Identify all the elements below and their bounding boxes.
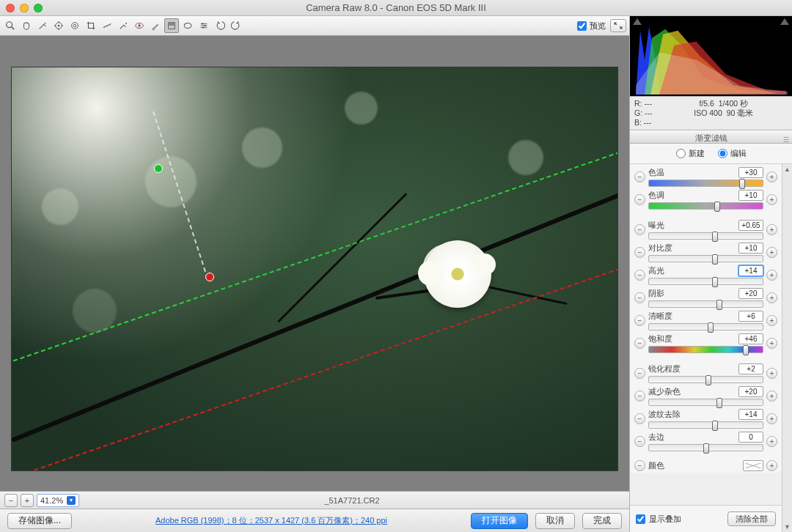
preview-checkbox[interactable]: 预览 [577,21,606,32]
slider-shadows-minus[interactable]: − [634,292,645,303]
slider-shadows-track[interactable] [648,300,763,308]
fullscreen-button[interactable] [610,19,626,32]
workflow-options-link[interactable]: Adobe RGB (1998)；8 位；2537 x 1427 (3.6 百万… [79,515,463,526]
preferences-tool-icon[interactable] [197,18,211,33]
slider-moire[interactable]: −波纹去除+14+ [634,409,777,429]
targeted-adjustment-tool-icon[interactable] [67,18,82,33]
save-image-button[interactable]: 存储图像... [7,513,72,529]
white-balance-tool-icon[interactable] [35,18,50,33]
slider-sharpness-track[interactable] [648,376,763,383]
red-eye-tool-icon[interactable] [132,18,147,33]
zoom-dropdown-icon[interactable]: ▾ [67,496,76,505]
image-viewer[interactable] [0,36,629,491]
slider-noise-minus[interactable]: − [634,391,645,402]
slider-exposure-minus[interactable]: − [634,224,645,235]
open-image-button[interactable]: 打开图像 [471,513,528,529]
slider-highlights-track[interactable] [648,278,763,285]
panel-scrollbar[interactable]: ▲ ▼ [782,164,792,532]
gradient-pin-start[interactable] [154,164,163,173]
slider-tint-plus[interactable]: + [766,194,777,205]
straighten-tool-icon[interactable] [100,18,114,33]
slider-tint-minus[interactable]: − [634,194,645,205]
slider-moire-minus[interactable]: − [634,413,645,424]
color-sampler-tool-icon[interactable] [51,18,66,33]
histogram[interactable] [630,16,792,97]
slider-noise-plus[interactable]: + [766,391,777,402]
slider-clarity-track[interactable] [648,323,763,330]
slider-contrast-thumb[interactable] [712,254,718,265]
slider-tint-thumb[interactable] [714,202,720,212]
slider-defringe-minus[interactable]: − [634,436,645,447]
color-minus[interactable]: − [634,460,645,471]
slider-tint-track[interactable] [648,202,763,210]
slider-shadows-value[interactable]: +20 [738,288,763,299]
slider-exposure-thumb[interactable] [712,232,718,242]
slider-defringe-plus[interactable]: + [766,436,777,447]
slider-noise-track[interactable] [648,399,763,406]
slider-sharpness-plus[interactable]: + [766,368,777,379]
slider-contrast-track[interactable] [648,255,763,262]
slider-sharpness-thumb[interactable] [705,375,711,385]
slider-temperature-track[interactable] [648,180,763,187]
slider-moire-plus[interactable]: + [766,413,777,424]
slider-shadows-thumb[interactable] [716,300,722,310]
graduated-filter-tool-icon[interactable] [164,18,179,33]
color-plus[interactable]: + [766,460,777,471]
slider-highlights-value[interactable]: +14 [738,265,763,276]
slider-moire-thumb[interactable] [712,421,718,431]
zoom-in-button[interactable]: + [21,494,34,507]
slider-temperature-value[interactable]: +30 [738,167,763,178]
mode-edit-radio[interactable]: 编辑 [718,148,747,159]
slider-temperature[interactable]: −色温+30+ [634,167,777,187]
slider-saturation-value[interactable]: +46 [738,333,763,344]
cancel-button[interactable]: 取消 [535,513,575,529]
rotate-ccw-tool-icon[interactable] [213,18,227,33]
slider-exposure-plus[interactable]: + [766,224,777,235]
slider-saturation-track[interactable] [648,346,763,353]
slider-defringe-value[interactable]: 0 [738,432,763,443]
show-overlay-checkbox[interactable]: 显示叠加 [636,514,681,525]
slider-shadows-plus[interactable]: + [766,292,777,303]
rotate-cw-tool-icon[interactable] [229,18,243,33]
slider-clarity[interactable]: −清晰度+6+ [634,311,777,330]
radial-filter-tool-icon[interactable] [180,18,195,33]
panel-menu-icon[interactable]: ☰ [783,133,789,147]
slider-contrast[interactable]: −对比度+10+ [634,243,777,262]
done-button[interactable]: 完成 [582,513,622,529]
slider-clarity-value[interactable]: +6 [738,311,763,322]
slider-saturation-plus[interactable]: + [766,338,777,349]
slider-sharpness-minus[interactable]: − [634,368,645,379]
slider-sharpness[interactable]: −锐化程度+2+ [634,363,777,383]
slider-tint[interactable]: −色调+10+ [634,190,777,210]
slider-clarity-plus[interactable]: + [766,315,777,326]
slider-contrast-minus[interactable]: − [634,247,645,258]
color-swatch[interactable] [743,460,763,471]
slider-clarity-minus[interactable]: − [634,315,645,326]
slider-temperature-minus[interactable]: − [634,171,645,182]
slider-highlights[interactable]: −高光+14+ [634,265,777,285]
slider-defringe[interactable]: −去边0+ [634,432,777,451]
spot-removal-tool-icon[interactable] [116,18,131,33]
slider-noise[interactable]: −减少杂色+20+ [634,386,777,406]
adjustment-brush-tool-icon[interactable] [148,18,163,33]
slider-moire-track[interactable] [648,421,763,429]
slider-defringe-track[interactable] [648,444,763,451]
slider-noise-thumb[interactable] [716,398,722,408]
zoom-tool-icon[interactable] [3,18,18,33]
clear-all-button[interactable]: 清除全部 [727,511,776,526]
image-canvas[interactable] [11,67,618,471]
slider-defringe-thumb[interactable] [703,443,709,454]
slider-exposure-value[interactable]: +0.65 [738,220,763,231]
slider-contrast-plus[interactable]: + [766,247,777,258]
slider-saturation-minus[interactable]: − [634,338,645,349]
slider-moire-value[interactable]: +14 [738,409,763,420]
slider-highlights-plus[interactable]: + [766,270,777,281]
slider-temperature-plus[interactable]: + [766,171,777,182]
scroll-up-icon[interactable]: ▲ [782,164,792,174]
slider-saturation[interactable]: −饱和度+46+ [634,333,777,353]
slider-shadows[interactable]: −阴影+20+ [634,288,777,308]
slider-contrast-value[interactable]: +10 [738,243,763,254]
slider-sharpness-value[interactable]: +2 [738,363,763,374]
slider-saturation-thumb[interactable] [743,345,749,355]
slider-temperature-thumb[interactable] [739,179,745,189]
